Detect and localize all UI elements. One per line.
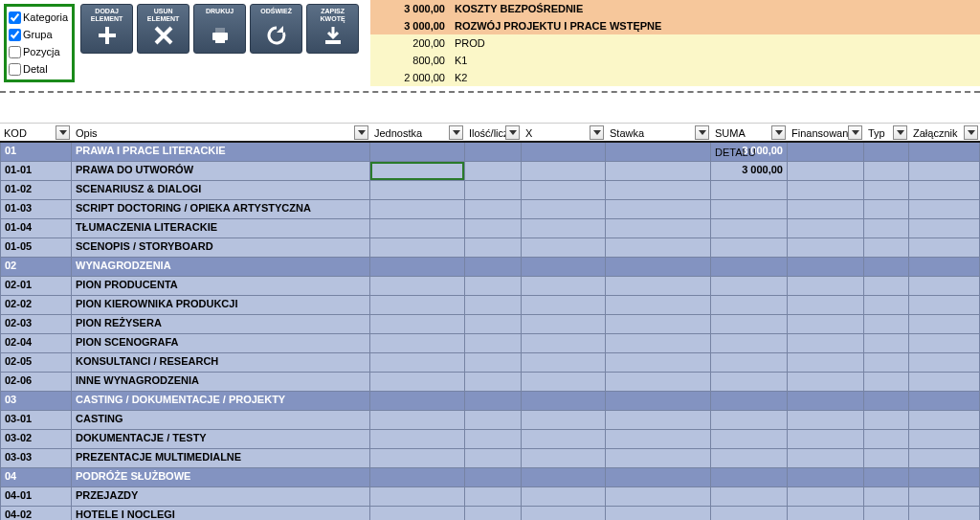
- cell-fin[interactable]: [788, 449, 864, 468]
- table-row[interactable]: 03CASTING / DOKUMENTACJE / PROJEKTY: [0, 392, 980, 411]
- cell-jed[interactable]: [370, 200, 465, 219]
- table-row[interactable]: 01-02SCENARIUSZ & DIALOGI: [0, 181, 980, 200]
- cell-stawka[interactable]: [606, 507, 711, 520]
- cell-suma[interactable]: [711, 430, 788, 449]
- data-grid[interactable]: 01PRAWA I PRACE LITERACKIE3 000,0001-01P…: [0, 143, 980, 520]
- cell-zal[interactable]: [909, 219, 980, 238]
- cell-kod[interactable]: 01-02: [0, 181, 72, 200]
- cell-suma[interactable]: [711, 219, 788, 238]
- save-amount-button[interactable]: ZAPISZKWOTĘ: [306, 4, 359, 54]
- cell-opis[interactable]: HOTELE I NOCLEGI: [72, 507, 370, 520]
- table-row[interactable]: 01-04TŁUMACZENIA LITERACKIE: [0, 219, 980, 238]
- cell-zal[interactable]: [909, 430, 980, 449]
- cell-kod[interactable]: 01-03: [0, 200, 72, 219]
- cell-zal[interactable]: [909, 315, 980, 334]
- cell-stawka[interactable]: [606, 392, 711, 411]
- cell-ilosc[interactable]: [465, 487, 522, 507]
- cell-stawka[interactable]: [606, 181, 711, 200]
- cell-stawka[interactable]: [606, 487, 711, 507]
- cell-fin[interactable]: [788, 219, 864, 238]
- cell-zal[interactable]: [909, 487, 980, 507]
- cell-opis[interactable]: PODRÓŻE SŁUŻBOWE: [72, 468, 370, 487]
- cell-jed[interactable]: [370, 507, 465, 520]
- cell-ilosc[interactable]: [465, 162, 522, 181]
- cell-zal[interactable]: [909, 200, 980, 219]
- cell-jed[interactable]: [370, 449, 465, 468]
- cell-ilosc[interactable]: [465, 200, 522, 219]
- cell-ilosc[interactable]: [465, 507, 522, 520]
- filter-kod[interactable]: [56, 125, 70, 140]
- cell-x[interactable]: [522, 315, 606, 334]
- table-row[interactable]: 01PRAWA I PRACE LITERACKIE3 000,00: [0, 143, 980, 162]
- table-row[interactable]: 04-02HOTELE I NOCLEGI: [0, 507, 980, 520]
- cell-ilosc[interactable]: [465, 258, 522, 277]
- cell-jed[interactable]: [370, 411, 465, 430]
- cell-typ[interactable]: [864, 430, 909, 449]
- cell-kod[interactable]: 03-02: [0, 430, 72, 449]
- cell-ilosc[interactable]: [465, 143, 522, 162]
- cell-zal[interactable]: [909, 296, 980, 315]
- cell-x[interactable]: [522, 411, 606, 430]
- cell-x[interactable]: [522, 277, 606, 296]
- cell-kod[interactable]: 02: [0, 258, 72, 277]
- cell-x[interactable]: [522, 258, 606, 277]
- cell-ilosc[interactable]: [465, 296, 522, 315]
- table-row[interactable]: 04PODRÓŻE SŁUŻBOWE: [0, 468, 980, 487]
- cell-fin[interactable]: [788, 468, 864, 487]
- cell-suma[interactable]: 3 000,00: [711, 162, 788, 181]
- cell-ilosc[interactable]: [465, 334, 522, 353]
- cell-fin[interactable]: [788, 296, 864, 315]
- cell-suma[interactable]: [711, 181, 788, 200]
- cell-typ[interactable]: [864, 162, 909, 181]
- cell-x[interactable]: [522, 181, 606, 200]
- cell-jed[interactable]: [370, 430, 465, 449]
- cell-zal[interactable]: [909, 353, 980, 373]
- cell-opis[interactable]: PION SCENOGRAFA: [72, 334, 370, 353]
- cell-fin[interactable]: [788, 315, 864, 334]
- cell-x[interactable]: [522, 219, 606, 238]
- cell-stawka[interactable]: [606, 411, 711, 430]
- cell-zal[interactable]: [909, 373, 980, 392]
- table-row[interactable]: 02-02PION KIEROWNIKA PRODUKCJI: [0, 296, 980, 315]
- cell-fin[interactable]: [788, 373, 864, 392]
- cell-stawka[interactable]: [606, 334, 711, 353]
- cell-stawka[interactable]: [606, 373, 711, 392]
- table-row[interactable]: 01-03SCRIPT DOCTORING / OPIEKA ARTYSTYCZ…: [0, 200, 980, 219]
- checkbox-grupa-input[interactable]: [9, 29, 21, 41]
- cell-ilosc[interactable]: [465, 181, 522, 200]
- cell-suma[interactable]: [711, 392, 788, 411]
- cell-x[interactable]: [522, 507, 606, 520]
- table-row[interactable]: 02-06INNE WYNAGRODZENIA: [0, 373, 980, 392]
- cell-typ[interactable]: [864, 258, 909, 277]
- filter-ilosc[interactable]: [505, 125, 520, 140]
- cell-kod[interactable]: 03-03: [0, 449, 72, 468]
- cell-opis[interactable]: SCENARIUSZ & DIALOGI: [72, 181, 370, 200]
- cell-typ[interactable]: [864, 353, 909, 373]
- cell-stawka[interactable]: [606, 162, 711, 181]
- cell-fin[interactable]: [788, 507, 864, 520]
- cell-stawka[interactable]: [606, 296, 711, 315]
- cell-kod[interactable]: 02-02: [0, 296, 72, 315]
- cell-jed[interactable]: [370, 258, 465, 277]
- checkbox-pozycja[interactable]: Pozycja: [9, 43, 68, 60]
- cell-suma[interactable]: [711, 200, 788, 219]
- cell-zal[interactable]: [909, 507, 980, 520]
- table-row[interactable]: 01-01PRAWA DO UTWORÓW3 000,00: [0, 162, 980, 181]
- checkbox-kategoria[interactable]: Kategoria: [9, 9, 68, 26]
- cell-stawka[interactable]: [606, 468, 711, 487]
- cell-jed[interactable]: [370, 238, 465, 258]
- cell-zal[interactable]: [909, 392, 980, 411]
- cell-x[interactable]: [522, 334, 606, 353]
- cell-kod[interactable]: 03-01: [0, 411, 72, 430]
- cell-ilosc[interactable]: [465, 238, 522, 258]
- cell-x[interactable]: [522, 200, 606, 219]
- cell-kod[interactable]: 02-05: [0, 353, 72, 373]
- cell-x[interactable]: [522, 373, 606, 392]
- cell-fin[interactable]: [788, 143, 864, 162]
- cell-stawka[interactable]: [606, 353, 711, 373]
- cell-stawka[interactable]: [606, 219, 711, 238]
- cell-suma[interactable]: [711, 353, 788, 373]
- cell-suma[interactable]: [711, 238, 788, 258]
- cell-opis[interactable]: CASTING: [72, 411, 370, 430]
- cell-typ[interactable]: [864, 219, 909, 238]
